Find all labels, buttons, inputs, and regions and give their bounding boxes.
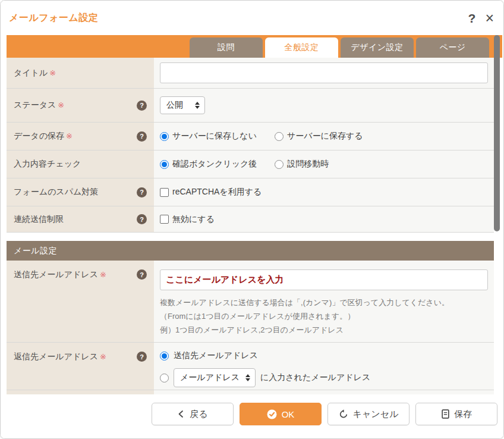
tab-pages[interactable]: ページ (416, 37, 489, 58)
check-circle-icon (267, 409, 277, 419)
label-col-data-save: データの保存※ ? (7, 123, 154, 150)
row-data-save: データの保存※ ? サーバーに保存しない サーバーに保存する (7, 123, 494, 150)
scroll-area: 設問 全般設定 デザイン設定 ページ タイトル※ ステータス※ ? (1, 35, 503, 396)
status-select-value: 公開 (166, 100, 183, 111)
label-col-title: タイトル※ (7, 58, 154, 88)
undo-arrow-icon (339, 409, 348, 419)
checkbox-disable-rate-limit[interactable]: 無効にする (160, 214, 215, 225)
to-address-input[interactable] (160, 269, 488, 290)
radio-reply-to-field-line: メールアドレス に入力されたメールアドレス (160, 368, 488, 387)
value-col-status: 公開 (154, 89, 494, 122)
row-spam: フォームのスパム対策 ? reCAPTCHAを利用する (7, 178, 494, 206)
help-icon[interactable]: ? (137, 101, 147, 111)
field-label: タイトル※ (14, 68, 56, 79)
footer-bar: 戻る OK キャンセル 保存 (1, 394, 503, 438)
value-col-input-check: 確認ボタンクリック後 設問移動時 (154, 150, 494, 178)
row-status: ステータス※ ? 公開 (7, 89, 494, 123)
label-col-rate-limit: 連続送信制限 ? (7, 206, 154, 232)
row-reply-address: 返信先メールアドレス※ ? 送信先メールアドレス メールアドレス に (7, 343, 494, 390)
label-col-input-check: 入力内容チェック (7, 150, 154, 178)
radio-reply-to-destination[interactable]: 送信先メールアドレス (160, 350, 488, 361)
chevron-left-icon (177, 410, 185, 418)
value-col-title (154, 58, 494, 88)
row-input-check: 入力内容チェック 確認ボタンクリック後 設問移動時 (7, 150, 494, 178)
row-title: タイトル※ (7, 58, 494, 89)
cancel-button[interactable]: キャンセル (327, 403, 410, 425)
field-label: 連続送信制限 (14, 214, 64, 225)
value-col-rate-limit: 無効にする (154, 206, 494, 232)
radio-check-on-confirm[interactable]: 確認ボタンクリック後 (160, 159, 257, 170)
value-col-data-save: サーバーに保存しない サーバーに保存する (154, 123, 494, 150)
reply-field-select[interactable]: メールアドレス (174, 368, 256, 387)
status-select[interactable]: 公開 (160, 96, 205, 114)
radio-checked-icon (160, 160, 169, 169)
mail-settings-section-header: メール設定 (7, 241, 494, 261)
titlebar-actions: ? × (468, 11, 494, 26)
note-line: 例）1つ目のメールアドレス,2つ目のメールアドレス (160, 323, 488, 337)
to-address-note: 複数メールアドレスに送信する場合は「,(カンマ)」で区切って入力してください。 … (160, 296, 488, 337)
checkbox-unchecked-icon (160, 188, 169, 197)
field-label: データの保存※ (14, 131, 73, 142)
radio-unchecked-icon (275, 132, 284, 141)
tab-design-settings[interactable]: デザイン設定 (341, 37, 414, 58)
help-icon[interactable]: ? (137, 131, 147, 142)
radio-unchecked-icon[interactable] (160, 374, 169, 382)
general-settings-table: タイトル※ ステータス※ ? 公開 (7, 58, 494, 396)
checkbox-unchecked-icon (160, 215, 169, 224)
label-col-spam: フォームのスパム対策 ? (7, 178, 154, 206)
title-bar: メールフォーム設定 ? × (1, 1, 503, 35)
select-arrows-icon (245, 374, 250, 381)
ok-button[interactable]: OK (240, 403, 322, 425)
field-label: 返信先メールアドレス※ (14, 352, 106, 362)
radio-no-server-save[interactable]: サーバーに保存しない (160, 131, 257, 142)
reply-field-select-value: メールアドレス (180, 372, 240, 383)
select-arrows-icon (195, 102, 200, 109)
label-col-to-address: 送信先メールアドレス※ ? (7, 261, 154, 342)
field-label: ステータス※ (14, 100, 64, 111)
radio-checked-icon (160, 352, 169, 360)
required-mark: ※ (49, 68, 56, 77)
document-icon (441, 409, 450, 419)
close-icon[interactable]: × (485, 11, 494, 26)
save-button[interactable]: 保存 (415, 403, 497, 425)
section-gap (7, 233, 494, 241)
tab-bar: 設問 全般設定 デザイン設定 ページ (7, 35, 502, 58)
value-col-reply-address: 送信先メールアドレス メールアドレス に入力されたメールアドレス (154, 343, 494, 390)
field-label: フォームのスパム対策 (14, 187, 98, 197)
row-to-address: 送信先メールアドレス※ ? 複数メールアドレスに送信する場合は「,(カンマ)」で… (7, 261, 494, 343)
back-button[interactable]: 戻る (152, 403, 234, 425)
required-mark: ※ (66, 131, 73, 140)
scrollbar-thumb[interactable] (494, 35, 500, 231)
mailform-settings-dialog: メールフォーム設定 ? × 設問 全般設定 デザイン設定 ページ タイトル※ (0, 0, 504, 439)
radio-server-save[interactable]: サーバーに保存する (275, 131, 363, 142)
tab-questions[interactable]: 設問 (190, 37, 263, 58)
required-mark: ※ (100, 270, 106, 279)
help-icon[interactable]: ? (137, 187, 147, 197)
label-col-status: ステータス※ ? (7, 89, 154, 122)
dialog-help-icon[interactable]: ? (468, 12, 476, 24)
value-col-to-address: 複数メールアドレスに送信する場合は「,(カンマ)」で区切って入力してください。 … (154, 261, 494, 342)
note-line: 複数メールアドレスに送信する場合は「,(カンマ)」で区切って入力してください。 (160, 296, 488, 309)
help-icon[interactable]: ? (137, 269, 147, 280)
reply-option-suffix: に入力されたメールアドレス (260, 372, 370, 383)
required-mark: ※ (58, 101, 64, 109)
help-icon[interactable]: ? (137, 352, 147, 362)
radio-unchecked-icon (275, 160, 284, 169)
required-mark: ※ (100, 352, 106, 361)
value-col-spam: reCAPTCHAを利用する (154, 178, 494, 206)
field-label: 送信先メールアドレス※ (14, 269, 106, 280)
field-label: 入力内容チェック (14, 159, 81, 170)
help-icon[interactable]: ? (137, 214, 147, 224)
label-col-reply-address: 返信先メールアドレス※ ? (7, 343, 154, 390)
dialog-title: メールフォーム設定 (9, 12, 98, 24)
note-line: （Fromには1つ目のメールアドレスが使用されます。） (160, 309, 488, 323)
row-rate-limit: 連続送信制限 ? 無効にする (7, 206, 494, 233)
checkbox-recaptcha[interactable]: reCAPTCHAを利用する (160, 187, 262, 197)
vertical-scrollbar[interactable] (494, 35, 500, 396)
title-input[interactable] (160, 62, 488, 83)
radio-checked-icon (160, 132, 169, 141)
tab-general-settings[interactable]: 全般設定 (265, 37, 338, 58)
radio-check-on-move[interactable]: 設問移動時 (275, 159, 329, 170)
